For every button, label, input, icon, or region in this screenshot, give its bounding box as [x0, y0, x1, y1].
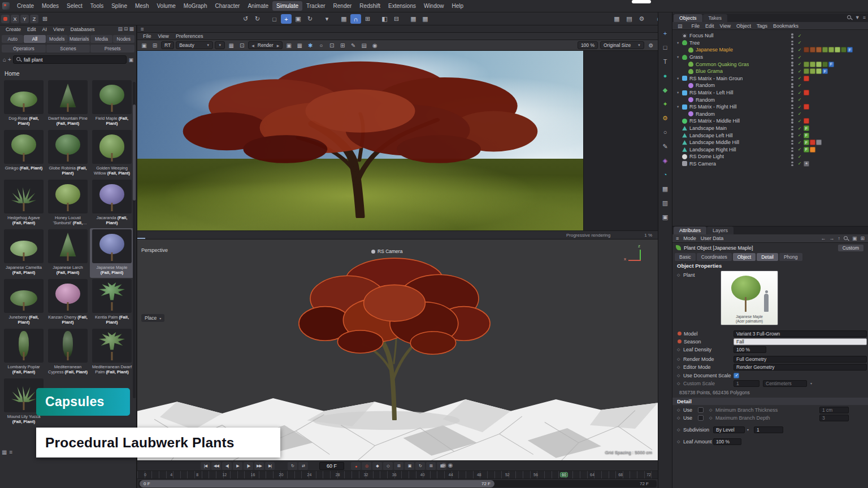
key-position-icon[interactable]: ◆: [372, 462, 382, 470]
tag-chip-icon[interactable]: F: [804, 125, 809, 131]
tag-chip-icon[interactable]: F: [828, 62, 834, 67]
workplane-mode-icon[interactable]: ⊞: [40, 14, 50, 24]
thumb-size-icon[interactable]: ▦: [2, 449, 7, 455]
object-tree-row[interactable]: ▾ RS Matrix - Main Ground ✓: [672, 75, 868, 82]
manager-tab[interactable]: Takes: [703, 14, 728, 22]
expand-arrow-icon[interactable]: ▾: [677, 55, 682, 59]
asset-tab[interactable]: Media: [90, 35, 112, 43]
visibility-dots[interactable]: [789, 33, 796, 38]
object-name[interactable]: Landscape Middle Hill: [689, 140, 739, 145]
object-tree-row[interactable]: Random ✓: [672, 111, 868, 118]
frame-tick[interactable]: 44: [448, 473, 454, 477]
om-menu-item[interactable]: View: [717, 23, 734, 29]
attr-lock-icon[interactable]: ▣: [852, 236, 857, 241]
object-name[interactable]: Random: [696, 97, 715, 103]
render-view-menu-item[interactable]: File: [140, 33, 155, 40]
tag-chip-icon[interactable]: F: [804, 147, 809, 152]
rotate-tool-icon[interactable]: ↻: [305, 14, 315, 24]
tag-chips[interactable]: F: [804, 125, 809, 131]
asset-tab[interactable]: Models: [46, 35, 68, 43]
frame-tick[interactable]: 48: [476, 473, 483, 477]
workplane-icon[interactable]: ▦: [338, 14, 349, 24]
snapshot-icon[interactable]: ▣: [140, 41, 149, 49]
tag-chip-icon[interactable]: [804, 104, 809, 110]
use1-checkbox[interactable]: [698, 407, 704, 413]
asset-item[interactable]: Japanese Larch (Fall, Plant): [46, 228, 90, 278]
tag-chip-icon[interactable]: [810, 68, 815, 74]
menu-item[interactable]: Character: [211, 1, 244, 11]
object-tree-row[interactable]: RS Camera ✓ +: [672, 160, 868, 168]
tag-chip-icon[interactable]: [804, 76, 809, 81]
split-icon[interactable]: ⊟: [124, 26, 128, 32]
enabled-check-icon[interactable]: ✓: [796, 161, 804, 166]
crop-icon[interactable]: ⊡: [237, 41, 246, 49]
frame-tick[interactable]: 8: [195, 473, 199, 477]
visibility-dots[interactable]: [789, 69, 796, 74]
bucket-icon[interactable]: ▤: [359, 41, 368, 49]
frame-tick[interactable]: 32: [363, 473, 370, 477]
key-scale-icon[interactable]: ◇: [383, 462, 393, 470]
annotate-icon[interactable]: ✎: [349, 41, 358, 49]
object-tree-row[interactable]: RS Dome Light ✓: [672, 153, 868, 160]
next-key-icon[interactable]: ▶▶: [254, 462, 264, 470]
enabled-check-icon[interactable]: ✓: [796, 40, 804, 45]
tag-chips[interactable]: [804, 118, 809, 124]
ipr-icon[interactable]: ◉: [370, 41, 379, 49]
asset-tab[interactable]: All: [24, 35, 45, 43]
scale-tool-icon[interactable]: ▣: [293, 14, 303, 24]
tag-chip-icon[interactable]: [804, 90, 809, 95]
asset-item[interactable]: Japanese Maple (Fall, Plant): [90, 228, 134, 278]
min-branch-thickness-field[interactable]: 1 cm: [819, 407, 849, 413]
tag-chip-icon[interactable]: [810, 47, 815, 53]
frame-tick[interactable]: 24: [306, 473, 313, 477]
enabled-check-icon[interactable]: ✓: [796, 76, 804, 81]
list-view-icon[interactable]: ≡: [9, 449, 12, 455]
plant-preview-image[interactable]: Japanese Maple (Acer palmatum): [721, 271, 778, 325]
play-forward-icon[interactable]: ▶: [233, 462, 242, 470]
tag-chip-icon[interactable]: F: [822, 68, 828, 74]
asset-item[interactable]: Mediterranean Cypress (Fall, Plant): [46, 328, 90, 377]
camera-label[interactable]: RS Camera: [371, 249, 402, 254]
frame-tick[interactable]: 68: [617, 473, 624, 477]
editor-mode-dropdown[interactable]: Render Geometry: [734, 364, 867, 371]
tag-chips[interactable]: F: [804, 147, 815, 152]
asset-menu-item[interactable]: AI: [40, 26, 50, 33]
object-tree-row[interactable]: Landscape Right Hill ✓ F: [672, 146, 868, 154]
tag-chips[interactable]: [804, 90, 809, 95]
pen-icon[interactable]: ✎: [659, 141, 671, 151]
leaf-density-field[interactable]: 100 %: [734, 346, 766, 353]
season-dropdown[interactable]: Fall: [734, 338, 867, 345]
object-tree-row[interactable]: Landscape Left Hill ✓ F: [672, 132, 868, 139]
home-icon[interactable]: ⌂: [3, 56, 6, 63]
custom-button[interactable]: Custom: [838, 245, 863, 251]
last-tool-icon[interactable]: ▾: [322, 14, 332, 24]
frame-tick[interactable]: 40: [419, 473, 426, 477]
mode-dropdown[interactable]: Mode: [683, 236, 696, 241]
enabled-check-icon[interactable]: ✓: [796, 83, 804, 88]
axis-x-button[interactable]: X: [11, 15, 19, 23]
render-mode-dropdown[interactable]: Full Geometry: [734, 356, 867, 363]
redo-icon[interactable]: ↻: [252, 14, 263, 24]
toolbar-icon[interactable]: [374, 14, 378, 24]
visibility-dots[interactable]: [789, 133, 796, 138]
ring-icon[interactable]: ○: [659, 127, 671, 137]
rt-button[interactable]: RT: [161, 41, 174, 49]
expand-arrow-icon[interactable]: ▾: [677, 104, 682, 109]
tag-chip-icon[interactable]: [816, 140, 822, 145]
nodes-icon[interactable]: ◆: [659, 85, 671, 95]
custom-scale-field[interactable]: 1: [734, 380, 760, 387]
up-icon[interactable]: ↑: [837, 236, 840, 241]
enabled-check-icon[interactable]: ✓: [796, 119, 804, 124]
visibility-dots[interactable]: [789, 119, 796, 124]
enabled-check-icon[interactable]: ✓: [796, 69, 804, 74]
time-icon[interactable]: ◔: [659, 169, 671, 180]
tag-chip-icon[interactable]: [816, 62, 822, 67]
enabled-check-icon[interactable]: ✓: [796, 90, 804, 95]
channel-dropdown[interactable]: ▼: [215, 41, 225, 49]
manager-tab[interactable]: Attributes: [674, 226, 706, 234]
menu-item[interactable]: Simulate: [272, 1, 302, 11]
asset-menu-item[interactable]: View: [50, 26, 67, 33]
render-view-menu-item[interactable]: View: [155, 33, 172, 40]
zoom-field[interactable]: 100 %: [578, 41, 598, 49]
toolbar-icon[interactable]: [649, 14, 653, 24]
